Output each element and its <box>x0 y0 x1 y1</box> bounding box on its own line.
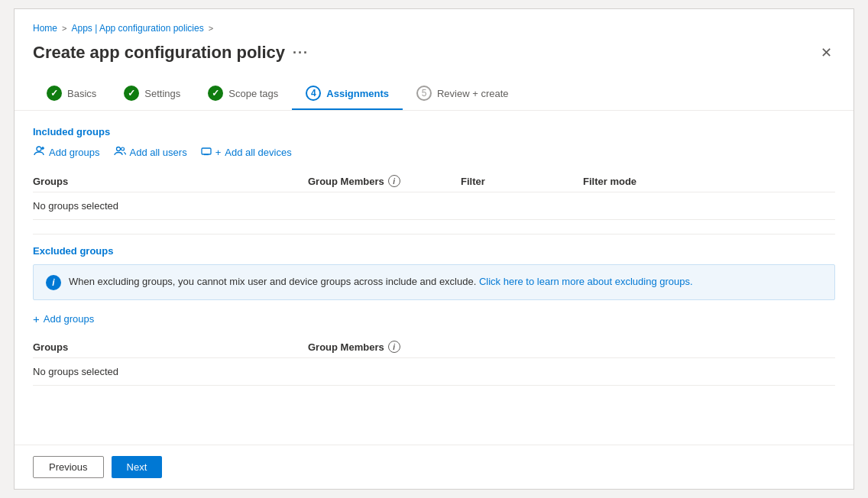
title-row: Create app configuration policy ··· ✕ <box>33 41 835 64</box>
add-all-devices-icon <box>201 146 212 159</box>
add-groups-icon <box>33 145 45 160</box>
excluded-empty-row: No groups selected <box>33 358 835 386</box>
tab-basics[interactable]: ✓ Basics <box>33 78 110 110</box>
section-separator <box>33 234 835 234</box>
th-filter-mode: Filter mode <box>583 175 705 187</box>
reviewcreate-step-num: 5 <box>416 86 432 101</box>
main-panel: Home > Apps | App configuration policies… <box>14 8 854 490</box>
included-empty-row: No groups selected <box>33 192 835 220</box>
th-group-members-excluded: Group Members i <box>308 341 537 353</box>
info-box-link[interactable]: Click here to learn more about excluding… <box>479 276 693 287</box>
panel-header: Home > Apps | App configuration policies… <box>15 9 853 78</box>
breadcrumb-sep1: > <box>62 24 66 33</box>
excluded-table-header: Groups Group Members i <box>33 336 835 358</box>
th-group-members-included: Group Members i <box>308 175 461 187</box>
included-groups-actions: Add groups Add all users <box>33 145 835 160</box>
breadcrumb: Home > Apps | App configuration policies… <box>33 23 835 34</box>
close-button[interactable]: ✕ <box>818 41 835 64</box>
basics-check-icon: ✓ <box>47 86 62 101</box>
add-all-users-link[interactable]: Add all users <box>114 145 187 160</box>
settings-check-icon: ✓ <box>124 86 139 101</box>
th-groups-excluded: Groups <box>33 341 308 353</box>
included-groups-title: Included groups <box>33 126 835 137</box>
add-groups-excluded-plus: + <box>33 312 40 325</box>
group-members-info-icon-excluded[interactable]: i <box>388 341 400 353</box>
tab-review-create[interactable]: 5 Review + create <box>403 78 523 110</box>
breadcrumb-home[interactable]: Home <box>33 23 57 34</box>
wizard-tabs: ✓ Basics ✓ Settings ✓ Scope tags 4 Assig… <box>15 78 853 111</box>
excluded-groups-title: Excluded groups <box>33 245 835 257</box>
tab-scope-tags[interactable]: ✓ Scope tags <box>194 78 292 110</box>
th-filter: Filter <box>461 175 583 187</box>
excluded-groups-table: Groups Group Members i No groups selecte… <box>33 336 835 386</box>
breadcrumb-sep2: > <box>209 24 213 33</box>
breadcrumb-apps[interactable]: Apps | App configuration policies <box>71 23 203 34</box>
svg-point-4 <box>121 147 124 150</box>
add-all-devices-link[interactable]: + Add all devices <box>201 146 292 159</box>
next-button[interactable]: Next <box>112 456 163 478</box>
tab-settings[interactable]: ✓ Settings <box>110 78 194 110</box>
svg-rect-5 <box>202 148 211 154</box>
scopetags-check-icon: ✓ <box>208 86 223 101</box>
panel-footer: Previous Next <box>15 445 853 489</box>
group-members-info-icon-included[interactable]: i <box>388 175 400 187</box>
svg-point-3 <box>116 147 120 151</box>
tab-assignments[interactable]: 4 Assignments <box>292 78 403 110</box>
panel-body: Included groups Add groups <box>15 111 853 445</box>
add-groups-link-included[interactable]: Add groups <box>33 145 100 160</box>
add-groups-link-excluded[interactable]: + Add groups <box>33 312 94 325</box>
previous-button[interactable]: Previous <box>33 456 104 478</box>
add-all-users-icon <box>114 145 126 160</box>
page-title: Create app configuration policy ··· <box>33 43 309 63</box>
included-groups-table: Groups Group Members i Filter Filter mod… <box>33 170 835 220</box>
more-options-icon[interactable]: ··· <box>293 45 309 61</box>
included-empty-message: No groups selected <box>33 200 308 212</box>
assignments-step-num: 4 <box>306 86 321 101</box>
info-box-icon: i <box>46 275 61 290</box>
excluded-empty-message: No groups selected <box>33 366 308 377</box>
included-table-header: Groups Group Members i Filter Filter mod… <box>33 170 835 192</box>
svg-point-0 <box>37 147 41 151</box>
info-box-text: When excluding groups, you cannot mix us… <box>69 274 693 289</box>
excluded-groups-actions: + Add groups <box>33 312 835 325</box>
excluded-groups-info-box: i When excluding groups, you cannot mix … <box>33 264 835 300</box>
th-groups-included: Groups <box>33 175 308 187</box>
